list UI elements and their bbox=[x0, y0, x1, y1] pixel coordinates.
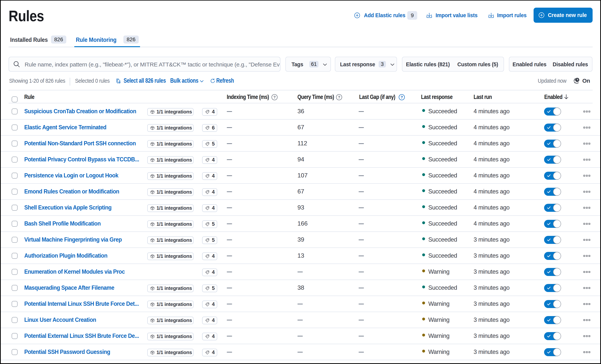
svg-text:?: ? bbox=[401, 95, 403, 99]
svg-text:?: ? bbox=[273, 95, 276, 99]
svg-text:?: ? bbox=[338, 95, 340, 99]
